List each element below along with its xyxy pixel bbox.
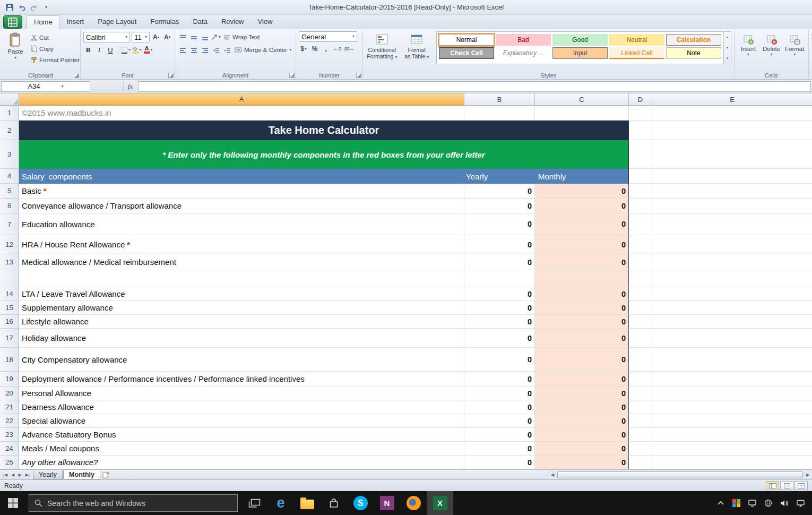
redo-button[interactable] bbox=[29, 2, 39, 13]
cell-E-spacer[interactable] bbox=[652, 270, 812, 287]
cell-A-spacer[interactable] bbox=[19, 270, 464, 287]
gallery-up-button[interactable]: ▴ bbox=[724, 32, 731, 42]
cell-A24[interactable]: Meals / Meal coupons bbox=[19, 442, 464, 456]
cell-D25[interactable] bbox=[629, 456, 652, 469]
cell-C16-monthly[interactable]: 0 bbox=[535, 315, 629, 329]
cell-B17-yearly[interactable]: 0 bbox=[464, 329, 535, 348]
cell-D23[interactable] bbox=[629, 428, 652, 442]
cell-D1[interactable] bbox=[629, 106, 652, 121]
paste-button[interactable]: Paste ▾ bbox=[4, 31, 27, 71]
cell-C18-monthly[interactable]: 0 bbox=[535, 348, 629, 372]
italic-button[interactable]: I bbox=[94, 45, 104, 55]
fill-color-button[interactable]: ▾ bbox=[132, 45, 142, 55]
row-header-17[interactable]: 17 bbox=[0, 329, 19, 348]
cell-style-linked-cell[interactable]: Linked Cell bbox=[609, 47, 664, 59]
row-header-24[interactable]: 24 bbox=[0, 442, 19, 456]
cell-style-good[interactable]: Good bbox=[552, 34, 608, 46]
ribbon-tab-data[interactable]: Data bbox=[186, 15, 214, 29]
align-middle-button[interactable] bbox=[189, 32, 198, 42]
row-header-1[interactable]: 1 bbox=[0, 106, 19, 121]
font-color-button[interactable]: A ▾ bbox=[143, 45, 153, 55]
cell-D2[interactable] bbox=[629, 121, 652, 140]
cell-C21-monthly[interactable]: 0 bbox=[535, 400, 629, 414]
borders-button[interactable]: ▾ bbox=[121, 45, 131, 55]
cell-B12-yearly[interactable]: 0 bbox=[464, 235, 535, 254]
cell-A6[interactable]: Conveyance allowance / Transport allowan… bbox=[19, 199, 464, 213]
cell-A19[interactable]: Deployment allowance / Performance incen… bbox=[19, 372, 464, 387]
cell-style-input[interactable]: Input bbox=[552, 47, 608, 59]
cell-C23-monthly[interactable]: 0 bbox=[535, 428, 629, 442]
horizontal-scrollbar-thumb[interactable] bbox=[557, 471, 803, 478]
cell-E4[interactable] bbox=[652, 169, 812, 184]
undo-button[interactable] bbox=[16, 2, 27, 13]
alignment-dialog-launcher[interactable] bbox=[289, 73, 295, 78]
cell-A5[interactable]: Basic* bbox=[19, 184, 464, 199]
cell-B25-yearly[interactable]: 0 bbox=[464, 456, 535, 469]
cell-A15[interactable]: Supplementary allowance bbox=[19, 301, 464, 315]
page-break-view-button[interactable] bbox=[794, 481, 808, 490]
cell-D24[interactable] bbox=[629, 442, 652, 456]
taskbar-search-input[interactable]: Search the web and Windows bbox=[29, 494, 238, 512]
cell-D6[interactable] bbox=[629, 199, 652, 213]
start-button[interactable] bbox=[0, 491, 25, 515]
cell-C13-monthly[interactable]: 0 bbox=[535, 254, 629, 270]
cell-E16[interactable] bbox=[652, 315, 812, 329]
cell-B15-yearly[interactable]: 0 bbox=[464, 301, 535, 315]
cell-C15-monthly[interactable]: 0 bbox=[535, 301, 629, 315]
cell-C25-monthly[interactable]: 0 bbox=[535, 456, 629, 469]
shrink-font-button[interactable]: A▾ bbox=[162, 32, 172, 42]
format-as-table-button[interactable]: Formatas Table ▾ bbox=[401, 31, 434, 71]
cell-D14[interactable] bbox=[629, 287, 652, 301]
header-yearly[interactable]: Yearly bbox=[464, 169, 535, 184]
copy-button[interactable]: Copy bbox=[30, 44, 81, 54]
cell-D20[interactable] bbox=[629, 387, 652, 400]
row-header-12[interactable]: 12 bbox=[0, 235, 19, 254]
cell-B5-yearly[interactable]: 0 bbox=[464, 184, 535, 199]
cell-B23-yearly[interactable]: 0 bbox=[464, 428, 535, 442]
scroll-right-icon[interactable]: ▶ bbox=[804, 473, 812, 477]
cell-D-spacer[interactable] bbox=[629, 270, 652, 287]
sheet-tab-monthly[interactable]: Monthly bbox=[63, 470, 100, 479]
cell-E12[interactable] bbox=[652, 235, 812, 254]
cell-A18[interactable]: City Compensatory allowance bbox=[19, 348, 464, 372]
cell-E1[interactable] bbox=[652, 106, 812, 121]
conditional-formatting-button[interactable]: ConditionalFormatting ▾ bbox=[366, 31, 399, 71]
store-taskbar-icon[interactable] bbox=[321, 491, 347, 515]
cell-style-bad[interactable]: Bad bbox=[496, 34, 551, 46]
cell-D21[interactable] bbox=[629, 400, 652, 414]
file-explorer-taskbar-icon[interactable] bbox=[294, 491, 321, 515]
select-all-corner[interactable] bbox=[0, 93, 19, 106]
cell-D7[interactable] bbox=[629, 213, 652, 235]
tray-display-icon[interactable] bbox=[748, 499, 756, 507]
cell-A1-copyright[interactable]: ©2015 www.madbucks.in bbox=[19, 106, 464, 121]
cell-B16-yearly[interactable]: 0 bbox=[464, 315, 535, 329]
cell-E18[interactable] bbox=[652, 348, 812, 372]
qat-customize-button[interactable]: ▾ bbox=[41, 2, 51, 13]
align-right-button[interactable] bbox=[200, 45, 210, 55]
row-header-21[interactable]: 21 bbox=[0, 400, 19, 414]
cell-E13[interactable] bbox=[652, 254, 812, 270]
cell-C20-monthly[interactable]: 0 bbox=[535, 387, 629, 400]
increase-decimal-button[interactable]: ←.0 bbox=[332, 44, 342, 54]
cell-C7-monthly[interactable]: 0 bbox=[535, 213, 629, 235]
cell-D12[interactable] bbox=[629, 235, 652, 254]
cell-C17-monthly[interactable]: 0 bbox=[535, 329, 629, 348]
row-header-3[interactable]: 3 bbox=[0, 140, 19, 169]
task-view-button[interactable] bbox=[241, 491, 267, 515]
align-top-button[interactable] bbox=[178, 32, 187, 42]
cell-D19[interactable] bbox=[629, 372, 652, 387]
gallery-more-button[interactable]: ▾ bbox=[724, 53, 731, 64]
cell-D22[interactable] bbox=[629, 414, 652, 428]
cell-E15[interactable] bbox=[652, 301, 812, 315]
row-header-13[interactable]: 13 bbox=[0, 254, 19, 270]
row-header-19[interactable]: 19 bbox=[0, 372, 19, 387]
cell-E6[interactable] bbox=[652, 199, 812, 213]
decrease-indent-button[interactable] bbox=[211, 45, 221, 55]
cell-B20-yearly[interactable]: 0 bbox=[464, 387, 535, 400]
cell-title-band[interactable]: Take Home Calculator bbox=[19, 121, 629, 140]
cell-C5-monthly[interactable]: 0 bbox=[535, 184, 629, 199]
align-bottom-button[interactable] bbox=[200, 32, 210, 42]
cell-D18[interactable] bbox=[629, 348, 652, 372]
cell-B-spacer-yearly[interactable] bbox=[464, 270, 535, 287]
ribbon-tab-insert[interactable]: Insert bbox=[60, 15, 91, 29]
